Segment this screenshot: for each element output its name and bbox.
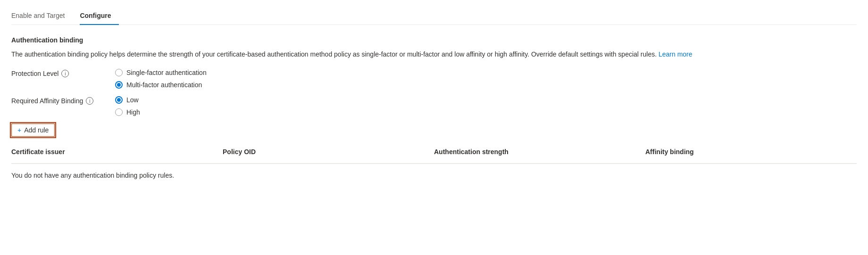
rules-table: Certificate issuer Policy OID Authentica… xyxy=(11,144,857,187)
section-title: Authentication binding xyxy=(11,36,857,44)
low-affinity-option[interactable]: Low xyxy=(115,96,140,104)
affinity-binding-row: Required Affinity Binding i Low High xyxy=(11,96,857,116)
col-auth-strength: Authentication strength xyxy=(434,144,645,159)
protection-level-row: Protection Level i Single-factor authent… xyxy=(11,69,857,89)
high-affinity-radio[interactable] xyxy=(115,108,123,116)
col-certificate-issuer: Certificate issuer xyxy=(11,144,223,159)
single-factor-option[interactable]: Single-factor authentication xyxy=(115,69,207,76)
learn-more-link[interactable]: Learn more xyxy=(659,50,693,58)
tab-configure[interactable]: Configure xyxy=(80,8,118,25)
section-description: The authentication binding policy helps … xyxy=(11,49,766,59)
add-rule-button[interactable]: + Add rule xyxy=(11,123,55,137)
protection-level-info-icon[interactable]: i xyxy=(61,70,69,77)
single-factor-radio[interactable] xyxy=(115,69,123,76)
col-affinity-binding: Affinity binding xyxy=(645,144,857,159)
tab-bar: Enable and Target Configure xyxy=(11,8,857,25)
col-policy-oid: Policy OID xyxy=(223,144,434,159)
protection-level-options: Single-factor authentication Multi-facto… xyxy=(115,69,207,89)
affinity-binding-label: Required Affinity Binding i xyxy=(11,96,115,105)
multi-factor-option[interactable]: Multi-factor authentication xyxy=(115,81,207,89)
affinity-binding-options: Low High xyxy=(115,96,140,116)
table-empty-message: You do not have any authentication bindi… xyxy=(11,164,857,187)
tab-enable-target[interactable]: Enable and Target xyxy=(11,8,72,25)
low-affinity-radio[interactable] xyxy=(115,96,123,104)
plus-icon: + xyxy=(17,126,21,134)
multi-factor-radio[interactable] xyxy=(115,81,123,89)
protection-level-label: Protection Level i xyxy=(11,69,115,77)
table-header: Certificate issuer Policy OID Authentica… xyxy=(11,144,857,164)
high-affinity-option[interactable]: High xyxy=(115,108,140,116)
affinity-binding-info-icon[interactable]: i xyxy=(86,97,93,105)
